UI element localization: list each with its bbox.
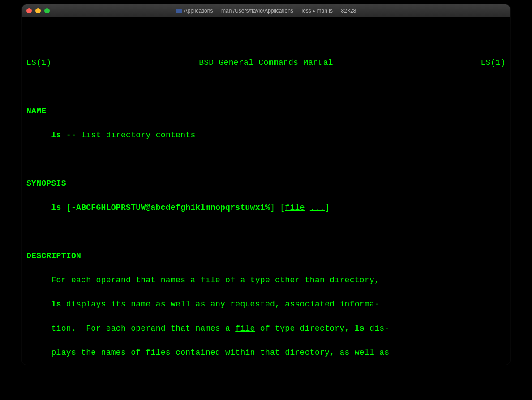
desc-line: For each operand that names a file of a … [26,274,506,286]
header-left: LS(1) [26,57,51,69]
text: [ [61,203,71,212]
syn-dots: ... [310,203,325,212]
title-text-label: Applications — man /Users/flavio/Applica… [184,8,356,14]
cmd-ref: ls [355,324,365,333]
text: of a type other than directory, [220,276,379,285]
terminal-window: Applications — man /Users/flavio/Applica… [22,4,510,365]
command-description: list directory contents [81,131,195,140]
section-heading: SYNOPSIS [26,179,66,188]
header-center: BSD General Commands Manual [199,57,333,69]
command-name: ls [51,131,61,140]
section-heading: NAME [26,106,46,115]
close-button[interactable] [26,8,32,13]
manpage-line [26,33,506,45]
text: of type directory, [255,324,355,333]
text: displays its name as well as any request… [61,300,380,309]
text: plays the names of files contained withi… [26,348,389,357]
manpage-line [26,153,506,166]
section-heading: DESCRIPTION [26,251,81,260]
syn-file: file [285,203,305,212]
terminal-content[interactable]: LS(1)BSD General Commands ManualLS(1) NA… [22,17,510,365]
section-description-heading: DESCRIPTION [26,250,506,262]
minimize-button[interactable] [35,8,41,13]
folder-icon [176,9,182,13]
text: dis- [365,324,390,333]
text [26,300,51,309]
cmd-ref: ls [51,300,61,309]
section-name-heading: NAME [26,105,506,117]
text: tion. For each operand that names a [26,324,235,333]
titlebar: Applications — man /Users/flavio/Applica… [22,4,510,17]
desc-line: tion. For each operand that names a file… [26,323,506,335]
desc-line: plays the names of files contained withi… [26,347,506,359]
text: For each operand that names a [26,276,201,285]
section-synopsis-heading: SYNOPSIS [26,178,506,190]
name-line: ls -- list directory contents [26,129,506,141]
maximize-button[interactable] [44,8,50,13]
manpage-line [26,81,506,93]
text: ] [325,203,330,212]
window-title: Applications — man /Users/flavio/Applica… [176,8,356,14]
manpage-line [26,226,506,238]
header-right: LS(1) [481,57,506,69]
syn-cmd: ls [51,203,61,212]
file-ref: file [201,276,220,285]
text: -- [61,131,81,140]
traffic-lights [26,8,50,13]
manpage-header: LS(1)BSD General Commands ManualLS(1) [26,57,506,69]
text [305,203,310,212]
synopsis-line: ls [-ABCFGHLOPRSTUW@abcdefghiklmnopqrstu… [26,202,506,214]
desc-line: ls displays its name as well as any requ… [26,298,506,311]
text: ] [ [270,203,285,212]
syn-flags: -ABCFGHLOPRSTUW@abcdefghiklmnopqrstuwx1% [71,203,270,212]
file-ref: file [235,324,255,333]
